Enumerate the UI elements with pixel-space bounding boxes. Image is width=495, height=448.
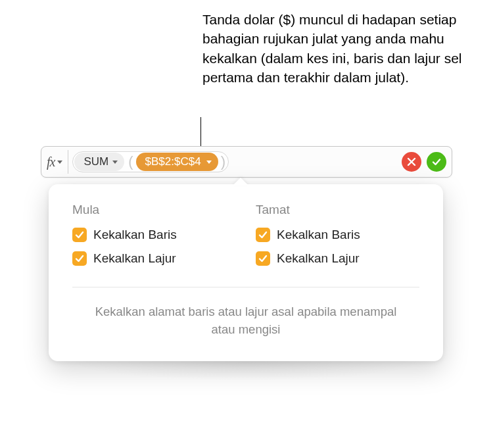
popover-description: Kekalkan alamat baris atau lajur asal ap…: [72, 303, 419, 339]
start-preserve-column-option[interactable]: Kekalkan Lajur: [72, 251, 236, 266]
formula-editor: fx SUM ( $B$2:$C$4 ): [41, 146, 452, 178]
range-reference-text: $B$2:$C$4: [145, 155, 201, 168]
check-icon: [75, 230, 84, 239]
check-icon: [432, 157, 441, 166]
divider: [72, 287, 419, 287]
range-reference-token[interactable]: $B$2:$C$4: [136, 153, 218, 171]
checkbox-label: Kekalkan Lajur: [277, 251, 360, 266]
open-paren: (: [127, 153, 134, 170]
checkbox-checked[interactable]: [72, 251, 87, 266]
check-icon: [258, 230, 268, 239]
function-token[interactable]: SUM: [74, 153, 124, 171]
formula-token-group: SUM ( $B$2:$C$4 ): [72, 151, 229, 172]
preserve-reference-popover: Mula Kekalkan Baris Kekalkan Lajur: [49, 184, 443, 361]
chevron-down-icon: [112, 161, 118, 164]
end-column: Tamat Kekalkan Baris Kekalkan Lajur: [256, 203, 419, 275]
end-preserve-row-option[interactable]: Kekalkan Baris: [256, 228, 419, 242]
chevron-down-icon: [206, 161, 212, 164]
checkbox-label: Kekalkan Baris: [277, 228, 360, 242]
fx-dropdown[interactable]: fx: [47, 150, 68, 174]
formula-action-buttons: [395, 152, 446, 172]
chevron-down-icon: [57, 161, 62, 164]
checkbox-label: Kekalkan Baris: [93, 228, 177, 242]
checkbox-checked[interactable]: [256, 228, 270, 242]
drop-shadow: [68, 361, 423, 381]
checkbox-checked[interactable]: [72, 228, 87, 242]
start-column: Mula Kekalkan Baris Kekalkan Lajur: [72, 203, 236, 275]
function-name: SUM: [83, 155, 108, 168]
check-icon: [258, 254, 268, 263]
formula-content[interactable]: SUM ( $B$2:$C$4 ): [68, 151, 395, 172]
fx-label: fx: [47, 155, 55, 170]
end-preserve-column-option[interactable]: Kekalkan Lajur: [256, 251, 419, 266]
checkbox-label: Kekalkan Lajur: [93, 251, 176, 266]
checkbox-checked[interactable]: [256, 251, 270, 266]
check-icon: [75, 254, 84, 263]
start-preserve-row-option[interactable]: Kekalkan Baris: [72, 228, 236, 242]
formula-bar: fx SUM ( $B$2:$C$4 ): [41, 146, 452, 178]
accept-button[interactable]: [427, 152, 446, 172]
start-header: Mula: [72, 203, 236, 217]
popover-columns: Mula Kekalkan Baris Kekalkan Lajur: [72, 203, 419, 275]
close-paren: ): [220, 153, 227, 170]
callout-annotation: Tanda dolar ($) muncul di hadapan setiap…: [202, 10, 472, 87]
x-icon: [407, 157, 416, 166]
cancel-button[interactable]: [402, 152, 421, 172]
end-header: Tamat: [256, 203, 419, 217]
